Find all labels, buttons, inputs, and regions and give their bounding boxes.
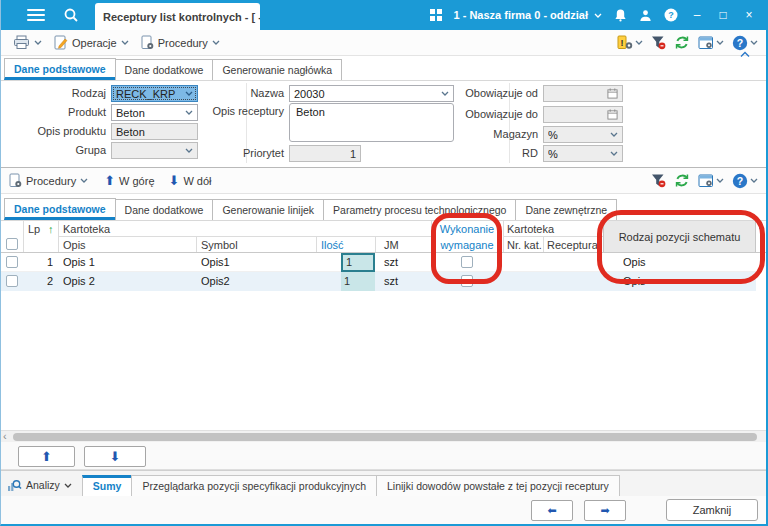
tab-sumy[interactable]: Sumy xyxy=(82,475,133,496)
produkt-value: Beton xyxy=(116,107,185,119)
tab-przegladarka-pozycji[interactable]: Przeglądarka pozycji specyfikacji produk… xyxy=(131,475,377,496)
refresh-icon xyxy=(674,173,690,188)
layout-settings-button[interactable] xyxy=(698,36,724,50)
wykonanie-wymagane-checkbox[interactable] xyxy=(461,256,473,268)
chevron-down-icon[interactable] xyxy=(594,13,602,18)
detail-tabs: Dane podstawowe Dane dodatkowe Generowan… xyxy=(1,194,766,221)
table-header: Lp ↑ Kartoteka Opis Symbol Ilość JM Wyko… xyxy=(1,221,756,253)
refresh-button[interactable] xyxy=(674,35,690,50)
previous-record-button[interactable]: ⬅ xyxy=(531,500,573,521)
refresh-icon xyxy=(674,35,690,50)
row-checkbox[interactable] xyxy=(6,256,18,268)
wykonanie-wymagane-checkbox[interactable] xyxy=(461,275,473,287)
table-row[interactable]: 2 Opis 2 Opis2 1 szt Opis xyxy=(1,272,756,291)
procedures-detail-menu[interactable]: Procedury xyxy=(9,173,88,188)
cell-ilosc-selected[interactable]: 1 xyxy=(341,253,375,272)
obowiazuje-do-datefield[interactable] xyxy=(543,106,623,123)
search-icon[interactable] xyxy=(63,7,79,23)
column-header-wykonanie-line1[interactable]: Wykonanie xyxy=(431,221,503,237)
scroll-left-icon[interactable]: ‹ xyxy=(3,430,7,442)
row-checkbox[interactable] xyxy=(6,275,18,287)
operations-menu[interactable]: Operacje xyxy=(54,35,129,50)
group-header-kartoteka-1[interactable]: Kartoteka xyxy=(63,221,110,237)
column-header-wykonanie-line2[interactable]: wymagane xyxy=(431,237,503,253)
filter-button-detail[interactable] xyxy=(651,173,666,188)
priorytet-field[interactable]: 1 xyxy=(289,145,361,162)
cell-ilosc[interactable]: 1 xyxy=(341,272,375,291)
column-header-receptura[interactable]: Receptura xyxy=(547,237,598,253)
analysis-icon xyxy=(7,478,22,492)
layout-settings-button-detail[interactable] xyxy=(698,174,724,188)
analizy-menu[interactable]: Analizy xyxy=(7,478,72,492)
arrow-right-icon: ➡ xyxy=(600,504,609,517)
help-circle-icon: ? xyxy=(732,173,748,189)
select-all-checkbox[interactable] xyxy=(6,238,18,250)
column-header-lp[interactable]: Lp xyxy=(28,221,40,237)
magazyn-combobox[interactable]: % xyxy=(543,126,623,143)
chevron-down-icon xyxy=(121,40,129,45)
nazwa-label: Nazwa xyxy=(201,85,284,102)
nazwa-combobox[interactable]: 20030 xyxy=(289,85,454,102)
tab-dane-zewnetrzne[interactable]: Dane zewnętrzne xyxy=(515,199,617,220)
group-header-kartoteka-2[interactable]: Kartoteka xyxy=(507,221,554,237)
rodzaj-combobox[interactable]: RECK_KRP xyxy=(111,85,198,102)
refresh-button-detail[interactable] xyxy=(674,173,690,188)
tab-dane-podstawowe-detail[interactable]: Dane podstawowe xyxy=(4,198,116,220)
tab-generowanie-naglowka[interactable]: Generowanie nagłówka xyxy=(212,59,342,80)
tab-generowanie-linijek[interactable]: Generowanie linijek xyxy=(212,199,324,220)
document-gear-icon xyxy=(141,35,154,50)
obowiazuje-od-datefield[interactable] xyxy=(543,85,623,102)
calendar-icon xyxy=(607,109,618,120)
rodzaj-value: RECK_KRP xyxy=(116,88,185,100)
close-window-button[interactable]: Zamknij xyxy=(666,499,758,521)
move-down-button[interactable]: ⬇ W dół xyxy=(169,174,212,187)
cell-opis: Opis 2 xyxy=(63,272,193,291)
help-icon[interactable]: ? xyxy=(664,8,678,22)
tab-dane-dodatkowe-detail[interactable]: Dane dodatkowe xyxy=(115,199,214,220)
tab-dane-podstawowe-header[interactable]: Dane podstawowe xyxy=(4,58,116,80)
move-row-down-button[interactable]: ⬇ xyxy=(84,446,146,467)
table-row[interactable]: 1 Opis 1 Opis1 1 szt Opis xyxy=(1,253,756,272)
document-tab[interactable]: Receptury list kontrolnych - [ ----, Cl xyxy=(95,3,260,30)
column-header-opis[interactable]: Opis xyxy=(63,237,86,253)
form-area: Rodzaj RECK_KRP Produkt Beton Opis produ… xyxy=(1,81,766,167)
opis-receptury-textarea[interactable]: Beton xyxy=(289,103,454,142)
opis-receptury-label: Opis receptury xyxy=(201,103,284,120)
minimize-button[interactable]: – xyxy=(690,0,704,30)
grupa-combobox[interactable] xyxy=(111,142,198,159)
alert-settings-button[interactable]: ! xyxy=(617,35,643,50)
procedures-menu[interactable]: Procedury xyxy=(141,35,220,50)
help-menu-button-detail[interactable]: ? xyxy=(732,173,758,189)
filter-button[interactable] xyxy=(651,35,666,50)
next-record-button[interactable]: ➡ xyxy=(584,500,626,521)
column-header-jm[interactable]: JM xyxy=(384,237,399,253)
company-selector-label[interactable]: 1 - Nasza firma 0 - oddział xyxy=(454,9,588,21)
header-tabs: Dane podstawowe Dane dodatkowe Generowan… xyxy=(1,56,766,81)
print-button[interactable] xyxy=(13,35,42,50)
close-button[interactable]: × xyxy=(742,0,756,30)
move-up-button[interactable]: ⬆ W górę xyxy=(104,174,154,187)
opis-produktu-field[interactable]: Beton xyxy=(111,123,198,140)
column-header-ilosc[interactable]: Ilość xyxy=(321,237,344,253)
tab-dane-dodatkowe-header[interactable]: Dane dodatkowe xyxy=(115,59,214,80)
user-icon[interactable] xyxy=(639,9,652,22)
produkt-combobox[interactable]: Beton xyxy=(111,104,198,121)
tab-parametry-procesu[interactable]: Parametry procesu technologicznego xyxy=(323,199,516,220)
maximize-button[interactable]: □ xyxy=(716,0,730,30)
notifications-bell-icon[interactable] xyxy=(614,8,627,22)
rodzaj-label: Rodzaj xyxy=(1,85,106,102)
menu-icon[interactable] xyxy=(27,6,45,24)
move-row-up-button[interactable]: ⬆ xyxy=(18,446,75,467)
column-header-rodzaj-pozycji[interactable]: Rodzaj pozycji schematu xyxy=(603,221,756,253)
procedures-label: Procedury xyxy=(158,37,208,49)
svg-text:?: ? xyxy=(737,174,743,186)
rd-combobox[interactable]: % xyxy=(543,145,623,162)
column-header-symbol[interactable]: Symbol xyxy=(201,237,238,253)
window-gear-icon xyxy=(698,36,714,50)
column-chooser-icon[interactable] xyxy=(758,223,764,235)
horizontal-scrollbar[interactable]: ‹ xyxy=(1,430,766,442)
apps-grid-icon[interactable] xyxy=(430,9,442,21)
scrollbar-thumb[interactable] xyxy=(13,433,757,441)
column-header-nr-kat[interactable]: Nr. kat. xyxy=(507,237,542,253)
tab-linijki-dowodow[interactable]: Linijki dowodów powstałe z tej pozycji r… xyxy=(376,475,620,496)
